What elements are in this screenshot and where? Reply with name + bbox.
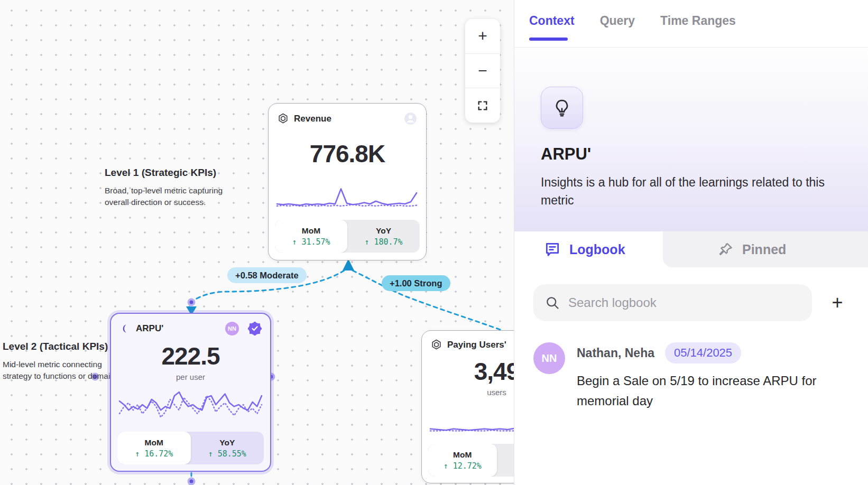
metric-description: Insights is a hub for all of the learnin… [541,173,838,209]
tab-logbook[interactable]: Logbook [514,231,663,267]
search-icon [545,295,560,310]
sparkline-chart [276,182,418,212]
yoy-label: YoY [219,438,235,447]
zoom-out-button[interactable]: − [465,53,500,88]
card-title: Revenue [294,114,399,124]
crescent-moon-icon [119,323,131,334]
hexagon-node-icon [277,113,289,125]
mom-toggle[interactable]: MoM ↑ 31.57% [275,220,347,253]
metric-name-heading: ARPU' [541,145,842,164]
metric-tree-canvas[interactable]: +0.58 Moderate +1.00 Strong Level 1 (Str… [0,0,514,485]
yoy-toggle[interactable]: YoY ↑ 58.55% [191,432,264,464]
entry-author: Nathan, Neha [577,346,654,360]
panel-tab-bar: Context Query Time Ranges [514,0,868,48]
canvas-zoom-controls: + − [465,19,500,123]
fit-view-button[interactable] [465,88,500,123]
fullscreen-icon [477,100,488,111]
yoy-label: YoY [376,226,391,236]
mom-label: MoM [302,226,320,236]
insight-icon-card [541,87,583,129]
level-1-title: Level 1 (Strategic KPIs) [105,167,237,179]
zoom-in-button[interactable]: + [465,19,500,53]
card-title: ARPU' [136,323,220,334]
card-title: Paying Users' [447,340,514,350]
context-panel: Context Query Time Ranges ARPU' Insights… [514,0,868,485]
metric-unit: per user [111,372,270,381]
sparkline-chart [118,385,263,424]
tab-query[interactable]: Query [600,0,635,47]
logbook-search-row: + [514,267,868,321]
metric-value: 776.8K [269,139,426,168]
logbook-entry[interactable]: NN Nathan, Neha 05/14/2025 Begin a Sale … [514,321,868,411]
correlation-label-strong: +1.00 Strong [382,275,450,291]
add-log-entry-button[interactable]: + [826,291,849,314]
level-1-label: Level 1 (Strategic KPIs) Broad, top-leve… [105,167,237,208]
level-2-title: Level 2 (Tactical KPIs) [3,341,122,352]
tab-pinned[interactable]: Pinned [663,231,868,267]
pushpin-icon [718,241,734,257]
mom-label: MoM [453,450,472,460]
metric-value: 222.5 [111,342,270,370]
metric-card-arpu[interactable]: ARPU' NN 222.5 per user MoM ↑ 16.72% YoY [110,313,271,472]
entry-date-badge: 05/14/2025 [665,342,741,363]
tab-context[interactable]: Context [529,0,575,47]
owner-avatar-icon [403,111,418,126]
mom-toggle[interactable]: MoM ↑ 16.72% [117,432,191,464]
mom-value: ↑ 12.72% [444,461,482,471]
metric-card-paying-users[interactable]: Paying Users' 3,49 users MoM ↑ 12.72% [421,330,514,483]
yoy-toggle[interactable] [497,444,514,477]
verified-check-badge [248,322,262,335]
search-box [533,284,812,321]
pinned-label: Pinned [742,242,786,257]
yoy-value: ↑ 180.7% [364,237,402,247]
level-2-description: Mid-level metric connecting strategy to … [3,359,122,382]
logbook-chat-icon [544,241,561,258]
lightbulb-icon [552,98,572,118]
metric-card-revenue[interactable]: Revenue 776.8K MoM ↑ 31.57% YoY ↑ 180.7% [268,103,427,260]
mom-label: MoM [145,438,163,447]
metric-unit: users [422,388,514,397]
logbook-label: Logbook [569,242,625,257]
collaborator-avatar-badge: NN [225,322,239,335]
sparkline-chart [429,407,514,436]
level-1-description: Broad, top-level metric capturing overal… [105,185,237,208]
logbook-pinned-tabs: Logbook Pinned [514,231,868,267]
correlation-label-moderate: +0.58 Moderate [227,267,307,283]
entry-body: Nathan, Neha 05/14/2025 Begin a Sale on … [577,342,830,411]
entry-text: Begin a Sale on 5/19 to increase ARPU fo… [577,371,830,411]
tab-time-ranges[interactable]: Time Ranges [660,0,736,47]
author-avatar: NN [533,342,565,374]
metric-value: 3,49 [422,357,514,386]
search-logbook-input[interactable] [568,295,800,310]
metric-hero-section: ARPU' Insights is a hub for all of the l… [514,48,868,231]
hexagon-node-icon [430,339,442,351]
yoy-value: ↑ 58.55% [208,449,246,459]
mom-value: ↑ 31.57% [292,237,330,247]
yoy-toggle[interactable]: YoY ↑ 180.7% [347,220,420,253]
mom-value: ↑ 16.72% [135,449,173,459]
mom-toggle[interactable]: MoM ↑ 12.72% [428,444,497,477]
level-2-label: Level 2 (Tactical KPIs) Mid-level metric… [3,341,122,382]
